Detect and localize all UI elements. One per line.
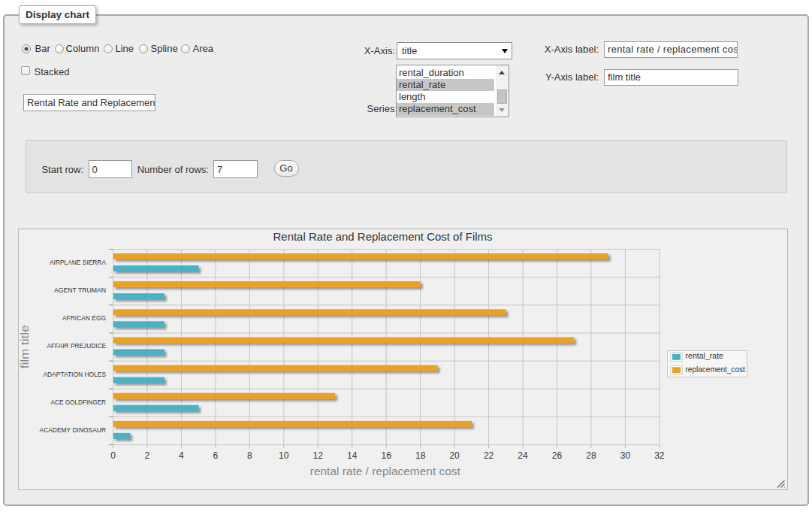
svg-text:28: 28 — [586, 450, 596, 461]
svg-text:ACE GOLDFINGER: ACE GOLDFINGER — [51, 398, 107, 406]
svg-text:8: 8 — [247, 450, 252, 461]
svg-text:rental rate / replacement cost: rental rate / replacement cost — [310, 465, 461, 477]
svg-text:24: 24 — [518, 450, 528, 461]
svg-text:14: 14 — [347, 450, 358, 461]
svg-text:Rental Rate and Replacement Co: Rental Rate and Replacement Cost of Film… — [273, 230, 493, 243]
svg-text:ACADEMY DINOSAUR: ACADEMY DINOSAUR — [40, 426, 107, 434]
svg-text:rental_rate: rental_rate — [686, 352, 724, 360]
svg-text:12: 12 — [313, 450, 324, 461]
svg-text:AIRPLANE SIERRA: AIRPLANE SIERRA — [50, 259, 106, 266]
svg-text:32: 32 — [654, 450, 665, 461]
svg-text:ADAPTATION HOLES: ADAPTATION HOLES — [44, 371, 107, 378]
svg-text:AFRICAN EGG: AFRICAN EGG — [62, 314, 106, 322]
svg-text:18: 18 — [415, 450, 426, 461]
svg-text:AGENT TRUMAN: AGENT TRUMAN — [54, 286, 106, 294]
svg-text:4: 4 — [179, 450, 184, 461]
svg-text:22: 22 — [484, 450, 494, 461]
svg-text:16: 16 — [382, 450, 392, 461]
svg-text:10: 10 — [279, 450, 289, 461]
svg-text:2: 2 — [145, 450, 150, 461]
svg-text:20: 20 — [449, 450, 460, 461]
svg-text:26: 26 — [552, 450, 563, 461]
svg-text:0: 0 — [110, 450, 116, 461]
svg-text:film title: film title — [19, 325, 31, 368]
svg-text:6: 6 — [213, 450, 219, 461]
svg-text:replacement_cost: replacement_cost — [686, 365, 746, 374]
svg-text:AFFAIR PREJUDICE: AFFAIR PREJUDICE — [47, 342, 107, 350]
svg-text:30: 30 — [620, 450, 631, 461]
